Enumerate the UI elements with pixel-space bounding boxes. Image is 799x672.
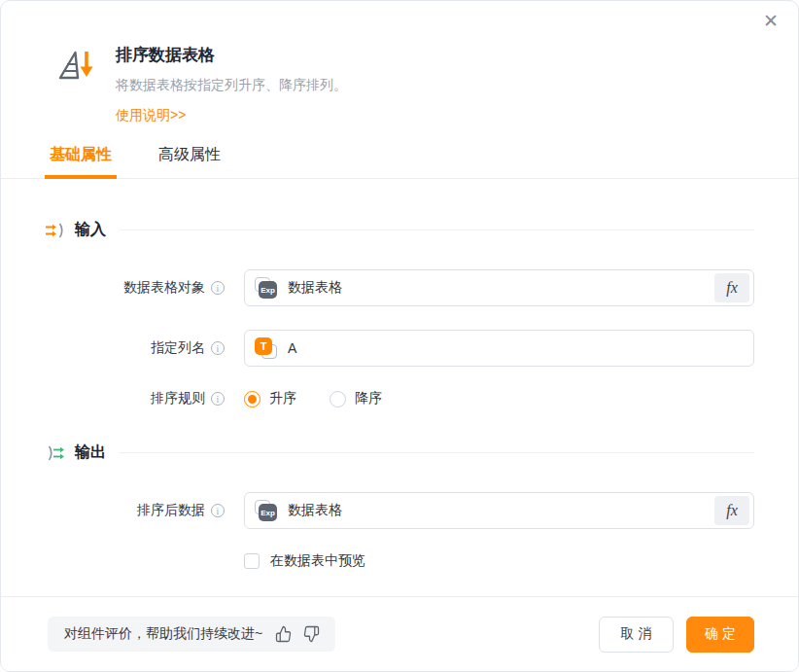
fx-expression-button[interactable]: fx [714,273,749,302]
close-icon[interactable]: ✕ [763,12,779,30]
field-label-text: 排序规则 [151,390,205,407]
input-value: 数据表格 [288,279,342,297]
field-label-text: 指定列名 [151,339,205,357]
feedback-bar: 对组件评价，帮助我们持续改进~ [48,617,335,652]
expression-variable-icon: Exp [255,277,277,299]
output-arrows-icon [45,444,66,462]
field-label: 指定列名 [45,339,225,357]
dialog-header: 排序数据表格 将数据表格按指定列升序、降序排列。 使用说明>> [1,1,798,124]
sort-rule-radio-group: 升序 降序 [244,390,382,407]
expression-variable-icon: Exp [255,500,277,521]
field-row-table-object: 数据表格对象 Exp 数据表格 fx [45,269,754,306]
sorted-data-input[interactable]: Exp 数据表格 fx [244,492,754,529]
tab-advanced-properties[interactable]: 高级属性 [154,145,226,178]
input-value: 数据表格 [288,502,342,519]
tab-bar: 基础属性 高级属性 [1,145,798,179]
cancel-button[interactable]: 取 消 [599,617,674,653]
preview-checkbox[interactable] [244,553,260,569]
field-row-column-name: 指定列名 T A [45,330,754,367]
feedback-text: 对组件评价，帮助我们持续改进~ [64,625,262,643]
dialog-footer: 对组件评价，帮助我们持续改进~ 取 消 确 定 [1,596,798,671]
radio-label: 降序 [355,390,382,407]
section-divider [120,452,754,453]
tab-basic-properties[interactable]: 基础属性 [45,145,117,178]
column-name-input[interactable]: T A [244,330,754,367]
fx-expression-button[interactable]: fx [714,496,749,525]
radio-circle [244,391,261,407]
info-icon[interactable] [211,504,225,517]
info-icon[interactable] [211,392,225,406]
preview-checkbox-label: 在数据表中预览 [270,552,365,570]
output-section-header: 输出 [45,442,754,463]
input-section-title: 输入 [75,220,106,240]
output-section-title: 输出 [75,442,106,463]
text-variable-icon: T [255,337,277,359]
field-label: 排序后数据 [45,502,225,519]
section-divider [120,230,754,230]
field-label-text: 排序后数据 [137,502,205,519]
thumbs-up-icon[interactable] [275,625,293,643]
input-arrows-icon [45,222,66,239]
input-value: A [288,340,296,356]
feedback-thumbs [275,625,320,643]
sort-table-icon [54,45,97,124]
radio-ascending[interactable]: 升序 [244,390,296,407]
field-label-text: 数据表格对象 [123,279,205,297]
usage-help-link[interactable]: 使用说明>> [116,107,186,124]
footer-buttons: 取 消 确 定 [599,617,754,653]
field-label: 数据表格对象 [45,279,225,297]
field-label: 排序规则 [45,390,225,407]
dialog-title: 排序数据表格 [116,44,347,66]
radio-descending[interactable]: 降序 [330,390,382,407]
form-body: 输入 数据表格对象 Exp 数据表格 fx 指定列名 [1,179,798,570]
info-icon[interactable] [211,341,225,355]
info-icon[interactable] [211,281,225,295]
field-row-preview: 在数据表中预览 [45,552,754,570]
table-object-input[interactable]: Exp 数据表格 fx [244,269,754,306]
dialog-description: 将数据表格按指定列升序、降序排列。 [116,77,347,94]
thumbs-down-icon[interactable] [302,625,320,643]
radio-circle [330,391,346,407]
field-row-sort-rule: 排序规则 升序 降序 [45,390,754,407]
field-row-sorted-data: 排序后数据 Exp 数据表格 fx [45,492,754,529]
confirm-button[interactable]: 确 定 [686,617,754,653]
header-text: 排序数据表格 将数据表格按指定列升序、降序排列。 使用说明>> [116,44,347,124]
input-section-header: 输入 [45,220,754,240]
radio-label: 升序 [269,390,296,407]
